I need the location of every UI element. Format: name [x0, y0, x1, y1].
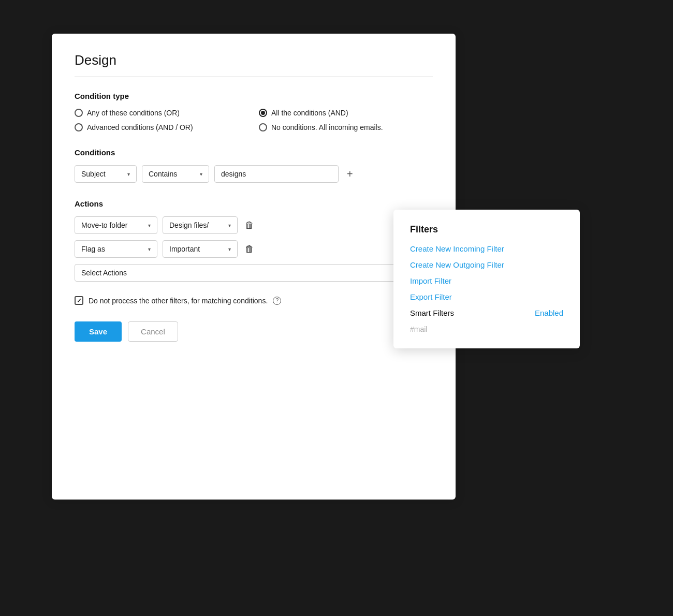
radio-advanced-label: Advanced conditions (AND / OR): [87, 123, 193, 131]
page-title: Design: [75, 52, 433, 68]
action2-chevron-icon: ▾: [148, 246, 151, 252]
action1-value-chevron-icon: ▾: [228, 223, 231, 228]
action2-dropdown[interactable]: Flag as ▾: [75, 240, 157, 258]
select-actions-dropdown[interactable]: Select Actions ▾: [75, 264, 433, 282]
action2-value-label: Important: [169, 245, 200, 253]
button-row: Save Cancel: [75, 321, 433, 342]
action-row-2: Flag as ▾ Important ▾ 🗑: [75, 240, 433, 258]
action1-value-label: Design files/: [169, 221, 209, 229]
save-button[interactable]: Save: [75, 321, 122, 342]
action-row-1: Move-to folder ▾ Design files/ ▾ 🗑: [75, 216, 433, 234]
import-filter-link[interactable]: Import Filter: [410, 276, 563, 285]
subject-dropdown[interactable]: Subject ▾: [75, 165, 137, 183]
create-incoming-filter-link[interactable]: Create New Incoming Filter: [410, 244, 563, 253]
subject-dropdown-label: Subject: [81, 170, 106, 178]
radio-circle-none[interactable]: [259, 123, 267, 131]
radio-none-label: No conditions. All incoming emails.: [271, 123, 383, 131]
conditions-label: Conditions: [75, 148, 433, 157]
radio-circle-or[interactable]: [75, 109, 83, 117]
condition-row: Subject ▾ Contains ▾ +: [75, 165, 433, 183]
condition-type-section: Condition type Any of these conditions (…: [75, 92, 433, 131]
smart-filters-label: Smart Filters: [410, 309, 454, 317]
action2-value-dropdown[interactable]: Important ▾: [163, 240, 238, 258]
action1-label: Move-to folder: [81, 221, 127, 229]
conditions-section: Conditions Subject ▾ Contains ▾ +: [75, 148, 433, 183]
radio-grid: Any of these conditions (OR) All the con…: [75, 109, 433, 131]
radio-or[interactable]: Any of these conditions (OR): [75, 109, 248, 117]
action1-chevron-icon: ▾: [148, 223, 151, 228]
delete-action1-button[interactable]: 🗑: [243, 218, 256, 233]
actions-section: Actions Move-to folder ▾ Design files/ ▾…: [75, 199, 433, 282]
radio-and-label: All the conditions (AND): [271, 109, 348, 117]
checkbox-row[interactable]: Do not process the other filters, for ma…: [75, 296, 433, 305]
smart-filters-row: Smart Filters Enabled: [410, 309, 563, 317]
add-condition-button[interactable]: +: [344, 168, 356, 180]
radio-none[interactable]: No conditions. All incoming emails.: [259, 123, 433, 131]
radio-circle-advanced[interactable]: [75, 123, 83, 131]
export-filter-link[interactable]: Export Filter: [410, 292, 563, 301]
action1-dropdown[interactable]: Move-to folder ▾: [75, 216, 157, 234]
create-outgoing-filter-link[interactable]: Create New Outgoing Filter: [410, 260, 563, 269]
actions-label: Actions: [75, 199, 433, 208]
condition-value-input[interactable]: [214, 165, 339, 183]
contains-chevron-icon: ▾: [200, 171, 202, 177]
radio-advanced[interactable]: Advanced conditions (AND / OR): [75, 123, 248, 131]
delete-action2-button[interactable]: 🗑: [243, 242, 256, 257]
contains-dropdown-label: Contains: [149, 170, 177, 178]
action1-value-dropdown[interactable]: Design files/ ▾: [163, 216, 238, 234]
radio-circle-and[interactable]: [259, 109, 267, 117]
checkbox-label: Do not process the other filters, for ma…: [89, 297, 268, 305]
no-process-checkbox[interactable]: [75, 296, 83, 305]
select-actions-label: Select Actions: [81, 269, 127, 277]
radio-and[interactable]: All the conditions (AND): [259, 109, 433, 117]
help-icon[interactable]: ?: [273, 297, 281, 305]
filters-title: Filters: [410, 224, 563, 235]
condition-type-label: Condition type: [75, 92, 433, 100]
filter-tag: #mail: [410, 325, 427, 333]
action2-value-chevron-icon: ▾: [228, 246, 231, 252]
divider: [75, 77, 433, 77]
filters-panel: Filters Create New Incoming Filter Creat…: [393, 210, 580, 348]
cancel-button[interactable]: Cancel: [128, 321, 178, 342]
action2-label: Flag as: [81, 245, 105, 253]
subject-chevron-icon: ▾: [127, 171, 130, 177]
radio-or-label: Any of these conditions (OR): [87, 109, 180, 117]
contains-dropdown[interactable]: Contains ▾: [142, 165, 209, 183]
smart-filters-status: Enabled: [535, 309, 563, 317]
